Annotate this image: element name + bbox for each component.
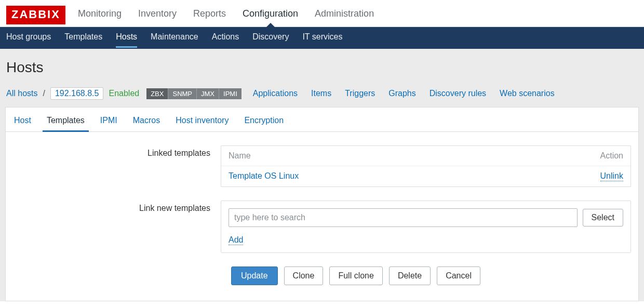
tab-encryption[interactable]: Encryption: [243, 114, 285, 131]
clone-button[interactable]: Clone: [284, 266, 324, 285]
form-actions: Update Clone Full clone Delete Cancel: [13, 266, 631, 285]
link-new-templates-box: Select Add: [221, 201, 631, 253]
update-button[interactable]: Update: [231, 266, 278, 285]
badge-ipmi: IPMI: [219, 88, 242, 99]
linked-templates-label: Linked templates: [13, 145, 221, 158]
breadcrumb-host-ip[interactable]: 192.168.8.5: [50, 87, 104, 100]
badge-snmp: SNMP: [168, 88, 196, 99]
tab-host-inventory[interactable]: Host inventory: [175, 114, 230, 131]
sub-nav: Host groups Templates Hosts Maintenance …: [0, 27, 644, 49]
subnav-host-groups[interactable]: Host groups: [6, 32, 51, 43]
topnav-reports[interactable]: Reports: [192, 3, 227, 26]
subnav-it-services[interactable]: IT services: [302, 32, 342, 43]
link-items[interactable]: Items: [311, 89, 331, 98]
badge-zbx: ZBX: [146, 88, 168, 99]
linked-col-action: Action: [600, 151, 623, 161]
subnav-actions[interactable]: Actions: [212, 32, 239, 43]
breadcrumb: All hosts / 192.168.8.5 Enabled ZBX SNMP…: [5, 85, 639, 107]
link-new-templates-label: Link new templates: [13, 201, 221, 213]
delete-button[interactable]: Delete: [389, 266, 431, 285]
linked-template-row: Template OS Linux Unlink: [221, 166, 630, 186]
cancel-button[interactable]: Cancel: [437, 266, 480, 285]
host-panel: Host Templates IPMI Macros Host inventor…: [5, 107, 639, 301]
add-template-link[interactable]: Add: [229, 235, 243, 245]
topnav-administration[interactable]: Administration: [314, 3, 375, 26]
topnav-configuration[interactable]: Configuration: [242, 3, 299, 26]
select-button[interactable]: Select: [583, 209, 623, 226]
tab-ipmi[interactable]: IPMI: [99, 114, 118, 131]
top-nav: Monitoring Inventory Reports Configurati…: [77, 3, 375, 26]
subnav-maintenance[interactable]: Maintenance: [151, 32, 198, 43]
subnav-discovery[interactable]: Discovery: [252, 32, 289, 43]
linked-template-name[interactable]: Template OS Linux: [229, 171, 299, 181]
full-clone-button[interactable]: Full clone: [329, 266, 382, 285]
tab-macros[interactable]: Macros: [132, 114, 161, 131]
page-title: Hosts: [6, 59, 639, 76]
template-search-input[interactable]: [229, 208, 578, 227]
logo[interactable]: ZABBIX: [6, 6, 65, 24]
link-triggers[interactable]: Triggers: [345, 89, 375, 98]
host-tabs: Host Templates IPMI Macros Host inventor…: [6, 107, 638, 132]
link-discovery-rules[interactable]: Discovery rules: [430, 89, 486, 98]
tab-templates[interactable]: Templates: [46, 114, 86, 131]
breadcrumb-all-hosts[interactable]: All hosts: [6, 89, 37, 98]
topnav-monitoring[interactable]: Monitoring: [77, 3, 123, 26]
link-applications[interactable]: Applications: [253, 89, 298, 98]
topnav-inventory[interactable]: Inventory: [137, 3, 178, 26]
subnav-templates[interactable]: Templates: [64, 32, 102, 43]
link-web-scenarios[interactable]: Web scenarios: [500, 89, 555, 98]
breadcrumb-separator: /: [43, 89, 45, 98]
linked-templates-table: Name Action Template OS Linux Unlink: [221, 145, 631, 187]
link-graphs[interactable]: Graphs: [388, 89, 415, 98]
linked-col-name: Name: [229, 151, 251, 161]
subnav-hosts[interactable]: Hosts: [116, 32, 137, 43]
tab-host[interactable]: Host: [13, 114, 32, 131]
interface-badges: ZBX SNMP JMX IPMI: [146, 88, 242, 99]
unlink-button[interactable]: Unlink: [600, 171, 623, 181]
badge-jmx: JMX: [196, 88, 219, 99]
host-status: Enabled: [109, 89, 139, 98]
